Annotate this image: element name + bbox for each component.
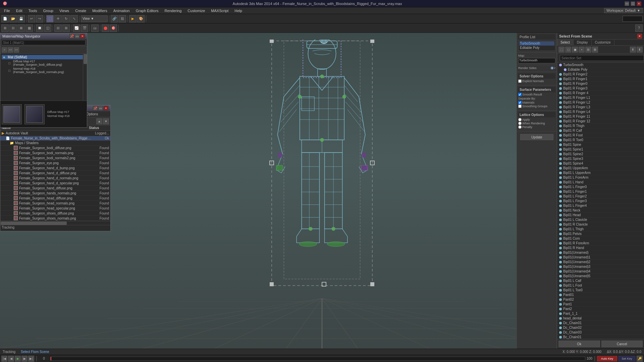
open-btn[interactable]: 📂 (9, 15, 17, 22)
at-row-13[interactable]: Female_Surgeon_head_diffuse.png Found (0, 196, 110, 201)
at-menu-options[interactable]: Options (87, 112, 98, 116)
sfs-row-10[interactable]: Bip01 R Finger L4 (557, 110, 644, 114)
material-editor-btn[interactable]: 🎨 (137, 15, 145, 22)
anim-filter-btn[interactable]: 🎯 (110, 24, 117, 32)
go-end-btn[interactable]: ▶| (28, 356, 34, 362)
graph-btn[interactable]: 📈 (73, 24, 80, 32)
help-btn[interactable]: ? (635, 24, 643, 32)
menu-edit[interactable]: Edit (13, 8, 25, 13)
sfs-row-45[interactable]: Bip01(Unnamed)5 (557, 274, 644, 279)
layer-btn[interactable]: 🗂 (91, 24, 99, 32)
rotate-btn[interactable]: ↻ (62, 15, 70, 22)
menu-graph-editors[interactable]: Graph Editors (133, 8, 161, 13)
auto-key-btn[interactable]: Auto Key (597, 356, 617, 361)
redo-btn[interactable]: ↪ (36, 15, 43, 22)
sfs-row-26[interactable]: Bip01 L Finger0 (557, 185, 644, 189)
at-row-15[interactable]: Female_Surgeon_head_specular.png Found (0, 206, 110, 211)
timeline-track[interactable] (50, 357, 585, 361)
asset-tracking-hscrollbar[interactable] (0, 221, 110, 225)
menu-tools[interactable]: Tools (26, 8, 40, 13)
sfs-row-0[interactable]: TurboSmooth (557, 63, 644, 67)
render-btn[interactable]: ▶ (129, 15, 137, 22)
sfs-row-28[interactable]: Bip01 L Finger2 (557, 194, 644, 199)
menu-animation[interactable]: Animation (111, 8, 132, 13)
tb2-btn4[interactable]: ▦ (25, 24, 33, 32)
at-row-5[interactable]: Female_Surgeon_bodi_normals2.png Found (0, 156, 110, 161)
at-row-16[interactable]: Female_Surgeon_shoes_diffuse.png Found (0, 211, 110, 216)
select-btn[interactable]: ⬚ (46, 15, 54, 22)
anim-key-btn[interactable]: ⬤ (102, 24, 109, 32)
sfs-row-57[interactable]: Dc_Chain03 (557, 330, 644, 335)
go-start-btn[interactable]: |◀ (1, 356, 7, 362)
asset-tracking-close-btn[interactable]: ✕ (104, 106, 108, 111)
at-row-17[interactable]: Female_Surgeon_shoes_normals.png Found (0, 216, 110, 221)
menu-group[interactable]: Group (40, 8, 56, 13)
sfs-ok-btn[interactable]: Ok (558, 341, 600, 347)
at-row-11[interactable]: Female_Surgeon_hand_diffuse.png Found (0, 186, 110, 191)
sfs-row-15[interactable]: Bip01 R Foot (557, 133, 644, 138)
menu-rendering[interactable]: Rendering (162, 8, 184, 13)
penalty-radio[interactable] (518, 125, 522, 129)
mat-nav-tree-item-1[interactable]: □ Diffuse Map #17 (Female_Surgeon_bodi_d… (2, 59, 86, 67)
when-rendering-radio[interactable] (518, 122, 522, 125)
mat-nav-close-btn[interactable]: ✕ (80, 34, 85, 39)
apply-radio[interactable] (518, 118, 522, 121)
sfs-row-32[interactable]: Bip01 Head (557, 213, 644, 218)
smooth-result-check[interactable] (518, 93, 522, 96)
sfs-row-18[interactable]: Bip01 Spine1 (557, 147, 644, 152)
sfs-search-input[interactable] (560, 55, 644, 61)
at-btn-5[interactable]: ▲ (96, 118, 102, 124)
sfs-object-list[interactable]: TurboSmooth Editable Poly Bip01 R Finger… (557, 63, 644, 339)
sfs-row-50[interactable]: Pant02 (557, 297, 644, 302)
asset-tracking-pin-btn[interactable]: 📌 (93, 106, 98, 111)
sfs-row-19[interactable]: Bip01 Spine2 (557, 152, 644, 157)
at-row-14[interactable]: Female_Surgeon_head_normals.png Found (0, 201, 110, 206)
prev-frame-btn[interactable]: ◀ (8, 356, 14, 362)
tb2-btn3[interactable]: ⊠ (17, 24, 25, 32)
sfs-row-36[interactable]: Bip01 Pelvis (557, 232, 644, 236)
menu-file[interactable]: File (1, 8, 13, 13)
sfs-row-6[interactable]: Bip01 R Finger 4 (557, 91, 644, 96)
sfs-row-35[interactable]: Bip01 L Thigh (557, 227, 644, 232)
sfs-row-31[interactable]: Bip01 Neck (557, 208, 644, 213)
menu-modifiers[interactable]: Modifiers (90, 8, 110, 13)
snap-btn[interactable]: 🔲 (36, 24, 43, 32)
snap2-btn[interactable]: ◫ (44, 24, 51, 32)
sfs-row-7[interactable]: Bip01 R Finger L1 (557, 96, 644, 100)
align-btn[interactable]: ⊞ (62, 24, 70, 32)
mirror-btn[interactable]: ⊟ (54, 24, 62, 32)
sfs-filter-btn[interactable]: ⬇ (637, 47, 643, 53)
track-btn[interactable]: 🎬 (81, 24, 88, 32)
sfs-close-btn[interactable]: ✕ (637, 34, 642, 39)
sfs-icon-1[interactable]: ⬚ (558, 47, 565, 53)
sfs-row-22[interactable]: Bip01 UpperArm (557, 166, 644, 171)
menu-customize[interactable]: Customize (185, 8, 208, 13)
sfs-tab-select[interactable]: Select (557, 40, 574, 45)
sfs-row-37[interactable]: Bip01 Com (557, 236, 644, 241)
at-row-3[interactable]: Female_Surgeon_bodi_diffuse.png Found (0, 145, 110, 150)
sfs-row-11[interactable]: Bip01 R Finger 11 (557, 114, 644, 119)
sfs-row-39[interactable]: Bip01 R Hand (557, 246, 644, 250)
at-row-2[interactable]: 📁 Maps / Shaders (0, 141, 110, 145)
sfs-row-24[interactable]: Bip01 L ForeArm (557, 175, 644, 180)
set-key-btn[interactable]: Set Key (619, 356, 635, 361)
sfs-icon-5[interactable]: ⊞ (585, 47, 591, 53)
sfs-row-58[interactable]: Bc_Chain01 (557, 335, 644, 339)
sfs-sort-btn[interactable]: ⬆ (630, 47, 636, 53)
sfs-row-20[interactable]: Bip01 Spine3 (557, 157, 644, 161)
profile-item-epoly[interactable]: Editable Poly (519, 46, 554, 50)
sfs-row-46[interactable]: Bip01 L Calf (557, 279, 644, 283)
link-btn[interactable]: 🔗 (111, 15, 118, 22)
sfs-tab-display[interactable]: Display (574, 40, 592, 45)
sfs-row-54[interactable]: head_dental (557, 316, 644, 321)
unlink-btn[interactable]: ⛓ (119, 15, 126, 22)
scale-btn[interactable]: ⤡ (70, 15, 78, 22)
sfs-row-42[interactable]: Bip01(Unnamed)2 (557, 260, 644, 264)
mat-nav-back-btn[interactable]: << (14, 47, 19, 53)
minimize-button[interactable]: — (625, 1, 629, 6)
mat-nav-tree-item-2[interactable]: □ Normal Map #18 (Female_Surgeon_bodi_no… (2, 67, 86, 74)
sfs-row-2[interactable]: Bip01 R Finger2 (557, 72, 644, 77)
search-input[interactable] (623, 16, 643, 22)
sfs-row-4[interactable]: Bip01 R Finger0 (557, 81, 644, 86)
sfs-row-27[interactable]: Bip01 L Finger1 (557, 189, 644, 194)
